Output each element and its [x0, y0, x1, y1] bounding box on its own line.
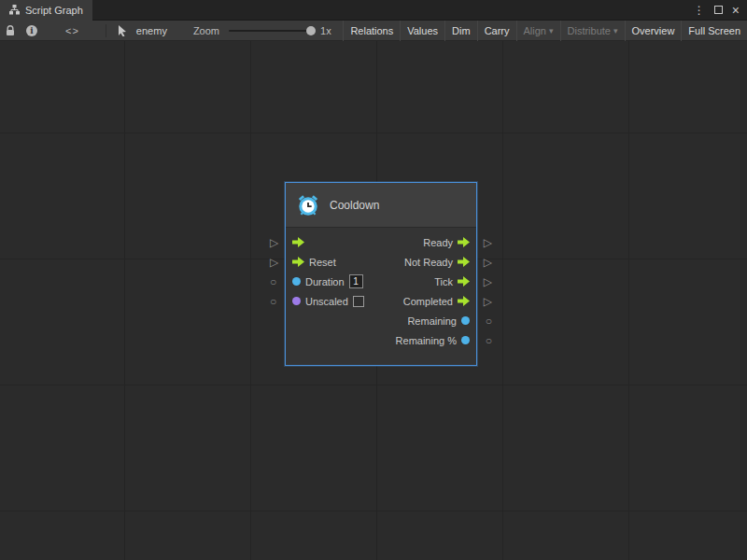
code-toggle-icon[interactable]: <> [65, 25, 79, 36]
carry-button[interactable]: Carry [477, 21, 516, 41]
output-port-remaining[interactable]: Remaining [407, 315, 470, 327]
unscaled-checkbox[interactable] [353, 296, 364, 307]
boolean-port-dot-icon [292, 297, 301, 305]
chevron-down-icon: ▾ [613, 26, 618, 35]
flow-output-marker-icon[interactable]: ▷ [484, 237, 492, 248]
output-port-ready[interactable]: Ready [423, 237, 470, 248]
flow-output-marker-icon[interactable]: ▷ [484, 257, 492, 268]
close-icon[interactable]: × [732, 4, 740, 17]
input-port-unscaled[interactable]: Unscaled [292, 296, 364, 307]
flow-input-marker-icon[interactable]: ▷ [270, 257, 278, 268]
output-port-not-ready[interactable]: Not Ready [404, 257, 470, 268]
value-port-dot-icon [461, 336, 470, 344]
info-icon[interactable]: i [26, 25, 37, 36]
tab-script-graph[interactable]: Script Graph [0, 0, 92, 21]
distribute-button[interactable]: Distribute ▾ [560, 21, 625, 41]
graph-canvas[interactable]: Cooldown ▷ Ready ▷ ▷ [0, 41, 747, 560]
input-port-invoke[interactable] [292, 237, 309, 247]
flow-arrow-icon [458, 276, 470, 287]
full-screen-button[interactable]: Full Screen [681, 21, 747, 41]
node-header[interactable]: Cooldown [286, 183, 476, 228]
port-row: ▷ Ready ▷ [286, 232, 476, 252]
lock-icon[interactable] [6, 25, 15, 36]
output-port-remaining-percent[interactable]: Remaining % [396, 335, 470, 346]
zoom-label: Zoom [193, 25, 219, 36]
toolbar: i <> enemy Zoom 1x Relations Values Dim … [0, 21, 747, 41]
flow-input-marker-icon[interactable]: ▷ [270, 237, 278, 248]
alarm-clock-icon [296, 193, 320, 217]
port-row: Remaining ○ [286, 311, 476, 330]
zoom-value: 1x [320, 25, 331, 36]
flow-arrow-icon [292, 237, 304, 247]
value-input-marker-icon[interactable]: ○ [270, 296, 276, 307]
value-output-marker-icon[interactable]: ○ [486, 315, 492, 327]
graph-name: enemy [136, 25, 167, 36]
port-row: ○ Unscaled Completed ▷ [286, 291, 476, 311]
dim-button[interactable]: Dim [444, 21, 477, 41]
script-graph-icon [9, 5, 20, 15]
chevron-down-icon: ▾ [549, 26, 554, 35]
node-title: Cooldown [330, 199, 379, 212]
toolbar-divider [106, 24, 106, 37]
output-port-tick[interactable]: Tick [434, 276, 470, 287]
flow-output-marker-icon[interactable]: ▷ [484, 296, 492, 307]
node-body: ▷ Ready ▷ ▷ Reset Not Rea [286, 228, 476, 365]
port-row: ○ Duration Tick ▷ [286, 272, 476, 291]
input-port-reset[interactable]: Reset [292, 257, 336, 268]
flow-arrow-icon [458, 296, 470, 306]
relations-button[interactable]: Relations [343, 21, 400, 41]
value-input-marker-icon[interactable]: ○ [270, 276, 276, 287]
flow-arrow-icon [458, 237, 470, 247]
overview-button[interactable]: Overview [625, 21, 682, 41]
flow-arrow-icon [292, 257, 304, 267]
values-button[interactable]: Values [400, 21, 444, 41]
input-port-duration[interactable]: Duration [292, 274, 363, 288]
align-button[interactable]: Align ▾ [516, 21, 560, 41]
zoom-slider-knob[interactable] [306, 26, 316, 35]
duration-value-field[interactable] [349, 274, 363, 288]
value-port-dot-icon [292, 277, 301, 286]
node-cooldown[interactable]: Cooldown ▷ Ready ▷ ▷ [285, 182, 477, 366]
kebab-menu-icon[interactable]: ⋮ [694, 4, 705, 17]
maximize-icon[interactable] [714, 6, 723, 14]
titlebar: Script Graph ⋮ × [0, 0, 747, 21]
flow-arrow-icon [458, 257, 470, 267]
zoom-slider[interactable] [229, 30, 313, 32]
cursor-icon [118, 25, 127, 36]
tab-title: Script Graph [25, 5, 83, 16]
value-output-marker-icon[interactable]: ○ [486, 335, 492, 346]
output-port-completed[interactable]: Completed [403, 296, 470, 307]
flow-output-marker-icon[interactable]: ▷ [484, 276, 492, 287]
port-row: Remaining % ○ [286, 330, 476, 350]
value-port-dot-icon [461, 316, 470, 325]
port-row: ▷ Reset Not Ready ▷ [286, 252, 476, 272]
